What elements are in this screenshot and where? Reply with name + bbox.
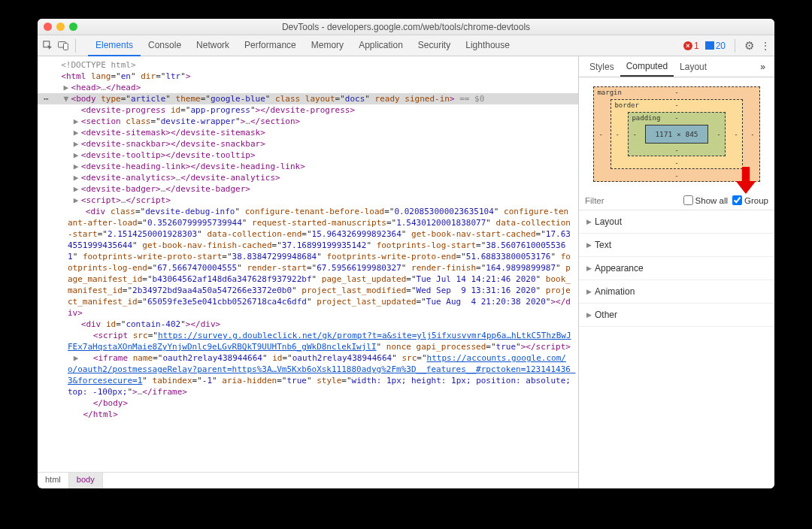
filter-input[interactable] — [585, 196, 623, 205]
disclosure-triangle-icon: ▶ — [586, 288, 592, 295]
message-icon — [705, 41, 714, 50]
dom-tree[interactable]: <!DOCTYPE html> <html lang="en" dir="ltr… — [38, 56, 578, 472]
box-content-size: 1171 × 845 — [645, 125, 707, 144]
dom-node[interactable]: ▶<script>…</script> — [38, 195, 578, 206]
panel-tab-elements[interactable]: Elements — [88, 35, 141, 56]
group-checkbox[interactable]: Group — [732, 195, 768, 205]
computed-group-animation[interactable]: ▶ Animation — [579, 280, 774, 304]
error-count: 1 — [694, 41, 699, 51]
main-toolbar: ElementsConsoleNetworkPerformanceMemoryA… — [38, 35, 774, 56]
box-margin-label: margin — [597, 89, 622, 96]
device-toolbar-icon[interactable] — [57, 40, 69, 52]
settings-gear-icon[interactable]: ⚙ — [744, 39, 754, 53]
breadcrumb-item[interactable]: body — [69, 473, 103, 488]
disclosure-triangle-icon: ▶ — [586, 311, 592, 319]
box-padding-label: padding — [632, 114, 660, 122]
error-icon: × — [683, 41, 692, 50]
computed-group-text[interactable]: ▶ Text — [579, 234, 774, 257]
styles-sidebar: StylesComputedLayout» margin - - - - bor… — [579, 56, 774, 488]
dom-node[interactable]: ▶<devsite-snackbar></devsite-snackbar> — [38, 138, 578, 150]
computed-group-appearance[interactable]: ▶ Appearance — [579, 257, 774, 280]
inspect-element-icon[interactable] — [42, 40, 54, 52]
panel-tab-console[interactable]: Console — [141, 35, 189, 56]
breadcrumb-item[interactable]: html — [38, 473, 69, 488]
panel-tab-security[interactable]: Security — [411, 35, 458, 56]
breadcrumb-bar: htmlbody — [38, 472, 578, 488]
dom-node[interactable]: </body> — [38, 398, 578, 409]
computed-group-layout[interactable]: ▶ Layout — [579, 210, 774, 234]
zoom-window-dot[interactable] — [69, 23, 77, 31]
disclosure-triangle-icon: ▶ — [586, 264, 592, 272]
window-title: DevTools - developers.google.com/web/too… — [38, 22, 774, 32]
dom-node[interactable]: ▶<devsite-analytics>…</devsite-analytics… — [38, 172, 578, 183]
elements-panel: <!DOCTYPE html> <html lang="en" dir="ltr… — [38, 56, 579, 488]
show-all-checkbox[interactable]: Show all — [683, 195, 728, 205]
dom-node[interactable]: ▶<head>…</head> — [38, 82, 578, 93]
panel-tab-memory[interactable]: Memory — [304, 35, 351, 56]
box-model[interactable]: margin - - - - border - - - - — [579, 77, 774, 191]
sidebar-tab-layout[interactable]: Layout — [674, 58, 713, 76]
annotation-arrow-icon — [732, 167, 759, 195]
panel-tab-network[interactable]: Network — [189, 35, 237, 56]
panel-tab-application[interactable]: Application — [351, 35, 411, 56]
disclosure-triangle-icon: ▶ — [586, 241, 592, 249]
dom-node[interactable]: <html lang="en" dir="ltr"> — [38, 71, 578, 82]
dom-node[interactable]: ▶<devsite-tooltip></devsite-tooltip> — [38, 150, 578, 161]
dom-node[interactable]: ⋯ ▼<body type="article" theme="google-bl… — [38, 93, 578, 104]
dom-node[interactable]: </html> — [38, 409, 578, 420]
sidebar-tab-computed[interactable]: Computed — [620, 57, 674, 77]
panel-tab-lighthouse[interactable]: Lighthouse — [458, 35, 517, 56]
disclosure-triangle-icon: ▶ — [586, 218, 592, 225]
dom-node[interactable]: <devsite-progress id="app-progress"></de… — [38, 104, 578, 116]
message-badge[interactable]: 20 — [705, 41, 726, 51]
error-badge[interactable]: × 1 — [683, 41, 699, 51]
close-window-dot[interactable] — [44, 23, 52, 31]
minimize-window-dot[interactable] — [56, 23, 65, 31]
message-count: 20 — [716, 41, 726, 51]
sidebar-tabs-overflow-icon[interactable]: » — [756, 58, 770, 76]
dom-node[interactable]: <script src="https://survey.g.doubleclic… — [38, 330, 578, 352]
more-menu-icon[interactable]: ⋮ — [760, 40, 770, 52]
svg-rect-2 — [63, 43, 68, 50]
dom-node[interactable]: ▶<iframe name="oauth2relay438944664" id=… — [38, 352, 578, 398]
sidebar-tab-styles[interactable]: Styles — [583, 58, 620, 76]
devtools-window: DevTools - developers.google.com/web/too… — [38, 19, 774, 488]
panel-tab-performance[interactable]: Performance — [237, 35, 304, 56]
dom-node[interactable]: <!DOCTYPE html> — [38, 59, 578, 71]
dom-node[interactable]: ▶<devsite-badger>…</devsite-badger> — [38, 183, 578, 195]
dom-node[interactable]: ▶<devsite-sitemask></devsite-sitemask> — [38, 127, 578, 138]
panel-tabs: ElementsConsoleNetworkPerformanceMemoryA… — [88, 35, 517, 56]
computed-groups: ▶ Layout▶ Text▶ Appearance▶ Animation▶ O… — [579, 210, 774, 488]
dom-node[interactable]: <div class="devsite-debug-info" configur… — [38, 206, 578, 319]
titlebar: DevTools - developers.google.com/web/too… — [38, 19, 774, 35]
dom-node[interactable]: ▶<section class="devsite-wrapper">…</sec… — [38, 116, 578, 127]
box-border-label: border — [614, 101, 639, 109]
sidebar-tabs: StylesComputedLayout» — [579, 56, 774, 77]
dom-node[interactable]: ▶<devsite-heading-link></devsite-heading… — [38, 161, 578, 172]
computed-group-other[interactable]: ▶ Other — [579, 304, 774, 327]
dom-node[interactable]: <div id="contain-402"></div> — [38, 319, 578, 330]
